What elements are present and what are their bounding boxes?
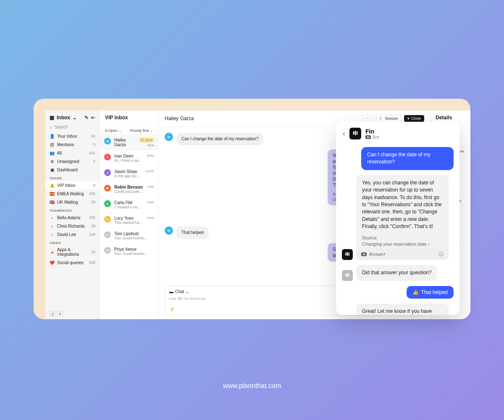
- sidebar-item-count: 8: [93, 183, 95, 187]
- back-icon[interactable]: ‹: [343, 129, 345, 138]
- svg-rect-5: [348, 253, 349, 256]
- svg-rect-6: [345, 273, 346, 276]
- conv-preview: This started happ…: [114, 220, 144, 225]
- conversation-item[interactable]: PPriya VanceYou: Good mornin…: [100, 244, 158, 259]
- sidebar-item-label: UK Waiting: [57, 200, 78, 205]
- avatar: H: [165, 133, 173, 141]
- archive-icon: ▾: [407, 116, 410, 121]
- open-filter[interactable]: 8 Open ⌄: [105, 129, 122, 133]
- view-grid-icon[interactable]: ▯: [50, 311, 55, 317]
- conv-time: 1min: [147, 200, 154, 204]
- sidebar-item-count: 0: [93, 142, 95, 147]
- sidebar-item-count: 535: [89, 260, 95, 265]
- nav-item-icon: ▣: [50, 167, 55, 172]
- svg-rect-8: [348, 273, 349, 276]
- sidebar-item[interactable]: ⊘Unassigned0: [45, 157, 100, 165]
- search-icon: ⌕: [50, 125, 52, 129]
- sidebar-item[interactable]: 🔺Apps & Integrations15: [45, 246, 100, 258]
- source-label: Source: [362, 235, 443, 242]
- sidebar-item[interactable]: ●David Lee129: [45, 230, 100, 239]
- fin-message-bubble: Great! Let me know if you have another q…: [356, 304, 449, 315]
- sidebar-item-count: 22: [91, 134, 95, 138]
- nav-title: Inbox: [57, 115, 70, 121]
- conversation-item[interactable]: IIvan DeenHi, I have a quest…8min: [100, 150, 158, 166]
- sidebar-item[interactable]: 👥All421: [45, 149, 100, 157]
- conversation-item[interactable]: TTom LipshutzYou: Good mornin…: [100, 228, 158, 244]
- source-link[interactable]: Changing your reservation date ›: [362, 241, 443, 248]
- avatar: C: [104, 200, 111, 207]
- svg-rect-0: [353, 131, 354, 135]
- sidebar-item-label: All: [57, 151, 62, 155]
- sidebar-item[interactable]: @Mentions0: [45, 140, 100, 149]
- sidebar-item-label: Apps & Integrations: [57, 247, 89, 257]
- section-teammates: TEAMMATES: [45, 206, 100, 213]
- sidebar-item[interactable]: ❤️Social queries535: [45, 258, 100, 267]
- info-icon[interactable]: ⓘ: [439, 251, 444, 257]
- composer-tab[interactable]: ▬Chat ⌄: [169, 289, 189, 294]
- fin-message-row: Can I change the date of my reservation?: [342, 147, 454, 170]
- avatar: H: [104, 138, 111, 144]
- conv-name: Ivan Deen: [114, 154, 144, 158]
- chevron-down-icon: ⌄: [150, 129, 153, 133]
- that-helped-button[interactable]: 👍 That helped: [407, 286, 454, 299]
- sidebar-item[interactable]: 👤Your Inbox22: [45, 132, 100, 140]
- svg-rect-3: [345, 253, 346, 256]
- conversation-item[interactable]: CCarla FitéI created a new page…1min: [100, 197, 158, 213]
- conversation-item[interactable]: HHailey Garza⏱ 3minNow: [100, 134, 158, 150]
- answer-bar: AI Answerⓘ: [356, 249, 449, 260]
- snooze-button[interactable]: ☾Snooze: [376, 115, 402, 122]
- nav-item-icon: 🔺: [50, 249, 55, 255]
- conv-name: Robin Benson: [114, 185, 144, 189]
- fin-message-bubble: Can I change the date of my reservation?: [361, 147, 454, 170]
- avatar: R: [104, 185, 111, 192]
- sidebar-item-label: Social queries: [57, 260, 84, 265]
- sidebar-item-label: EMEA Waiting: [57, 192, 84, 196]
- sidebar-item[interactable]: 🇬🇧UK Waiting39: [45, 198, 100, 206]
- sidebar-item[interactable]: ⚠️VIP Inbox8: [45, 181, 100, 189]
- nav-item-icon: 👤: [50, 134, 55, 139]
- nav-header[interactable]: ▦ Inbox ⌄ ✎ ⇤: [45, 110, 100, 123]
- sidebar-item[interactable]: ●Bella Adams155: [45, 213, 100, 222]
- sidebar-item-count: 129: [89, 232, 95, 236]
- nav-item-icon: ❤️: [50, 260, 55, 265]
- fin-message-bubble: Yes, you can change the date of your res…: [356, 175, 449, 252]
- avatar: L: [104, 216, 111, 223]
- close-button[interactable]: ▾Close: [404, 115, 424, 122]
- conv-time: 8min: [147, 154, 154, 158]
- section-views: VIEWS: [45, 239, 100, 246]
- details-title: Details: [436, 115, 466, 121]
- conversation-item[interactable]: JJason ShawIs the app down?12min: [100, 166, 158, 181]
- conv-name: Tom Lipshutz: [114, 231, 151, 236]
- avatar: T: [104, 231, 111, 238]
- more-button[interactable]: ⋯: [362, 115, 373, 122]
- avatar: J: [104, 169, 111, 176]
- fin-bot-avatar: [342, 270, 353, 281]
- conversation-item[interactable]: LLucy YoonThis started happ…1min: [100, 213, 158, 228]
- ai-badge: AI: [365, 135, 371, 139]
- thread-title: Hailey Garza: [165, 116, 194, 121]
- compose-icon[interactable]: ✎: [84, 115, 89, 121]
- sidebar-item-label: VIP Inbox: [57, 183, 75, 188]
- sort-filter[interactable]: Priority first ⌄: [130, 129, 153, 133]
- sidebar-item-label: Dashboard: [57, 168, 78, 172]
- sidebar-item[interactable]: ●Chris Richards39: [45, 222, 100, 230]
- sidebar-item-label: David Lee: [57, 232, 76, 237]
- chevron-down-icon: ⌄: [118, 129, 122, 133]
- conv-preview: Hi, I have a quest…: [114, 158, 144, 163]
- avatar: I: [104, 154, 111, 160]
- conversation-list: VIP Inbox 8 Open ⌄ Priority first ⌄ HHai…: [100, 110, 159, 319]
- conv-time: 1min: [147, 185, 154, 189]
- sidebar-item[interactable]: ▣Dashboard: [45, 165, 100, 174]
- nav-item-icon: 🇪🇸: [50, 191, 55, 196]
- bolt-icon[interactable]: ⚡: [169, 307, 175, 312]
- fin-chat-panel: ‹ Fin AIBot Can I change the date of my …: [336, 122, 459, 315]
- sidebar-item[interactable]: 🇪🇸EMEA Waiting155: [45, 189, 100, 198]
- collapse-icon[interactable]: ⇤: [91, 115, 95, 121]
- search-input[interactable]: ⌕ Search: [45, 123, 100, 132]
- fin-message-row: Did that answer your question?: [342, 265, 454, 281]
- fin-message-bubble: Did that answer your question?: [356, 265, 437, 281]
- conv-preview: Is the app down?: [114, 174, 142, 178]
- conv-preview: You: Good mornin…: [114, 252, 151, 256]
- view-list-icon[interactable]: ≡: [57, 311, 63, 317]
- conversation-item[interactable]: RRobin BensonCould you point m…1min: [100, 181, 158, 197]
